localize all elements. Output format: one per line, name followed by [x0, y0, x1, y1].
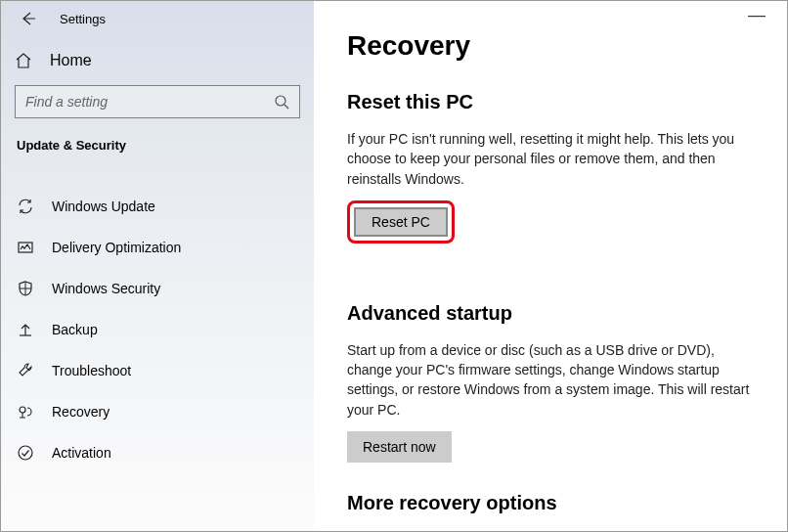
sidebar-item-label: Windows Security: [52, 281, 160, 296]
sidebar-item-label: Backup: [52, 322, 98, 337]
sidebar: Settings Home Update & Security Windows …: [1, 1, 314, 531]
recovery-icon: [17, 403, 34, 421]
minimize-button[interactable]: —: [748, 5, 766, 25]
svg-point-0: [276, 96, 285, 106]
reset-pc-button[interactable]: Reset PC: [354, 207, 448, 237]
home-icon: [15, 52, 32, 69]
sidebar-item-delivery-optimization[interactable]: Delivery Optimization: [1, 227, 314, 268]
sidebar-item-windows-security[interactable]: Windows Security: [1, 268, 314, 309]
back-icon[interactable]: [21, 11, 36, 26]
sidebar-item-label: Windows Update: [52, 199, 155, 214]
window-title: Settings: [60, 12, 106, 26]
sidebar-item-troubleshoot[interactable]: Troubleshoot: [1, 350, 314, 391]
sidebar-item-label: Troubleshoot: [52, 363, 131, 378]
sidebar-nav: Windows Update Delivery Optimization Win…: [1, 162, 314, 473]
advanced-desc: Start up from a device or disc (such as …: [347, 340, 754, 420]
page-title: Recovery: [347, 30, 754, 62]
svg-point-3: [19, 446, 32, 460]
reset-section: Reset this PC If your PC isn't running w…: [347, 91, 754, 273]
reset-desc: If your PC isn't running well, resetting…: [347, 129, 754, 189]
highlight-annotation: Reset PC: [347, 200, 455, 244]
delivery-icon: [17, 239, 34, 256]
advanced-section: Advanced startup Start up from a device …: [347, 302, 754, 463]
sidebar-item-windows-update[interactable]: Windows Update: [1, 186, 314, 227]
sidebar-item-label: Activation: [52, 445, 111, 461]
restart-now-button[interactable]: Restart now: [347, 431, 452, 463]
home-label: Home: [50, 52, 92, 69]
svg-point-2: [20, 407, 25, 413]
sidebar-item-label: Recovery: [52, 404, 109, 420]
reset-heading: Reset this PC: [347, 91, 754, 113]
search-wrap: [1, 85, 314, 132]
sidebar-item-recovery[interactable]: Recovery: [1, 391, 314, 432]
sidebar-section-label: Update & Security: [1, 132, 314, 162]
shield-icon: [17, 280, 34, 297]
more-heading: More recovery options: [347, 492, 754, 514]
advanced-heading: Advanced startup: [347, 302, 754, 325]
sidebar-item-activation[interactable]: Activation: [1, 432, 314, 473]
activation-icon: [17, 444, 34, 462]
titlebar: Settings: [1, 1, 314, 44]
sidebar-item-home[interactable]: Home: [1, 44, 314, 85]
more-section: More recovery options: [347, 492, 754, 514]
search-icon: [274, 94, 289, 110]
backup-icon: [17, 321, 34, 338]
sidebar-item-backup[interactable]: Backup: [1, 309, 314, 350]
search-field[interactable]: [15, 85, 300, 118]
wrench-icon: [17, 362, 34, 379]
sidebar-item-label: Delivery Optimization: [52, 240, 181, 255]
main-content: — Recovery Reset this PC If your PC isn'…: [314, 1, 787, 531]
search-input[interactable]: [25, 94, 274, 110]
sync-icon: [17, 198, 34, 215]
